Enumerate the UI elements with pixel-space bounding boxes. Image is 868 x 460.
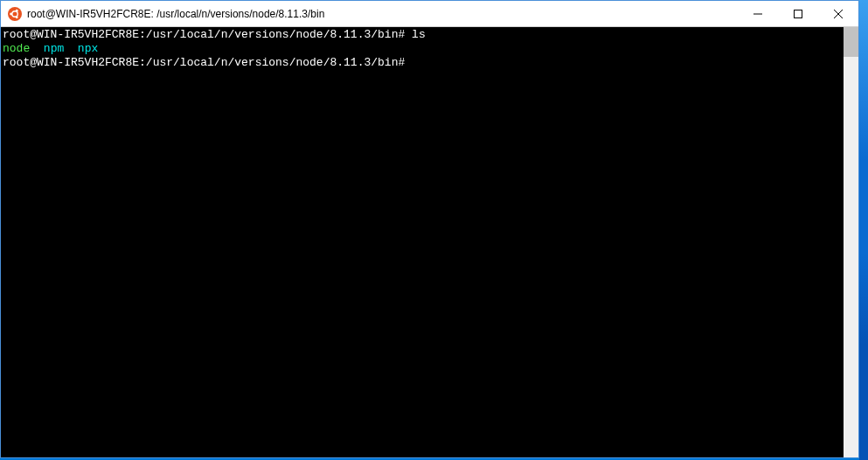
prompt-line-2: root@WIN-IR5VH2FCR8E:/usr/local/n/versio…: [3, 56, 405, 69]
command-ls: ls: [405, 28, 425, 41]
desktop-background-edge: [859, 0, 868, 460]
maximize-icon: [794, 10, 802, 18]
svg-rect-6: [795, 10, 802, 17]
close-icon: [834, 10, 843, 18]
cursor: [405, 56, 412, 69]
window-titlebar[interactable]: root@WIN-IR5VH2FCR8E: /usr/local/n/versi…: [1, 1, 858, 27]
terminal-window: root@WIN-IR5VH2FCR8E: /usr/local/n/versi…: [0, 0, 859, 458]
svg-point-3: [16, 9, 18, 11]
ubuntu-icon: [8, 7, 22, 21]
ls-sep: [64, 42, 78, 55]
ls-entry-npm: npm: [44, 42, 64, 55]
ls-entry-node: node: [3, 42, 30, 55]
terminal-output[interactable]: root@WIN-IR5VH2FCR8E:/usr/local/n/versio…: [1, 27, 844, 457]
ls-sep: [30, 42, 44, 55]
scrollbar-thumb[interactable]: [844, 27, 858, 57]
vertical-scrollbar[interactable]: [844, 27, 858, 457]
minimize-button[interactable]: [738, 1, 778, 26]
terminal-client-area: root@WIN-IR5VH2FCR8E:/usr/local/n/versio…: [1, 27, 858, 457]
ls-entry-npx: npx: [78, 42, 98, 55]
svg-point-4: [16, 16, 18, 18]
svg-point-2: [10, 12, 12, 15]
close-button[interactable]: [818, 1, 858, 26]
window-title: root@WIN-IR5VH2FCR8E: /usr/local/n/versi…: [27, 8, 738, 20]
window-controls: [738, 1, 858, 26]
minimize-icon: [753, 10, 762, 18]
prompt-line-1: root@WIN-IR5VH2FCR8E:/usr/local/n/versio…: [3, 28, 405, 41]
maximize-button[interactable]: [778, 1, 818, 26]
